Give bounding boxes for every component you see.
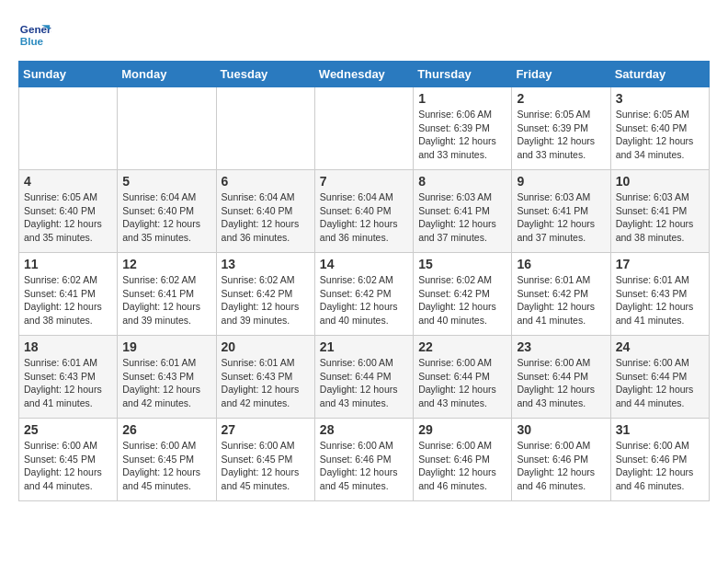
calendar-cell: 30Sunrise: 6:00 AM Sunset: 6:46 PM Dayli… <box>512 419 610 501</box>
calendar-cell: 4Sunrise: 6:05 AM Sunset: 6:40 PM Daylig… <box>19 170 118 253</box>
calendar-cell: 3Sunrise: 6:05 AM Sunset: 6:40 PM Daylig… <box>610 87 709 170</box>
calendar-cell: 24Sunrise: 6:00 AM Sunset: 6:44 PM Dayli… <box>610 336 709 419</box>
day-number: 12 <box>122 257 210 271</box>
day-number: 29 <box>418 422 506 437</box>
calendar-cell: 28Sunrise: 6:00 AM Sunset: 6:46 PM Dayli… <box>314 419 413 501</box>
calendar-cell: 14Sunrise: 6:02 AM Sunset: 6:42 PM Dayli… <box>314 253 413 336</box>
calendar-cell: 27Sunrise: 6:00 AM Sunset: 6:45 PM Dayli… <box>216 419 314 501</box>
day-number: 16 <box>517 257 605 271</box>
day-info: Sunrise: 6:04 AM Sunset: 6:40 PM Dayligh… <box>222 190 310 245</box>
day-info: Sunrise: 6:00 AM Sunset: 6:46 PM Dayligh… <box>616 439 704 493</box>
svg-text:General: General <box>20 23 51 35</box>
day-info: Sunrise: 6:00 AM Sunset: 6:46 PM Dayligh… <box>418 439 506 493</box>
calendar-week-5: 25Sunrise: 6:00 AM Sunset: 6:45 PM Dayli… <box>19 419 710 501</box>
day-number: 4 <box>24 174 112 189</box>
day-info: Sunrise: 6:03 AM Sunset: 6:41 PM Dayligh… <box>517 190 605 245</box>
calendar-header-saturday: Saturday <box>610 62 709 87</box>
calendar-week-2: 4Sunrise: 6:05 AM Sunset: 6:40 PM Daylig… <box>19 170 710 253</box>
day-number: 26 <box>122 422 210 437</box>
day-info: Sunrise: 6:02 AM Sunset: 6:41 PM Dayligh… <box>122 273 210 327</box>
calendar-cell: 22Sunrise: 6:00 AM Sunset: 6:44 PM Dayli… <box>414 336 512 419</box>
day-number: 15 <box>418 257 506 271</box>
calendar-cell: 29Sunrise: 6:00 AM Sunset: 6:46 PM Dayli… <box>414 419 512 501</box>
day-number: 20 <box>222 339 310 354</box>
day-number: 25 <box>24 422 112 437</box>
calendar-cell: 21Sunrise: 6:00 AM Sunset: 6:44 PM Dayli… <box>314 336 413 419</box>
day-info: Sunrise: 6:01 AM Sunset: 6:42 PM Dayligh… <box>517 273 605 327</box>
day-info: Sunrise: 6:05 AM Sunset: 6:40 PM Dayligh… <box>24 190 112 245</box>
calendar-week-4: 18Sunrise: 6:01 AM Sunset: 6:43 PM Dayli… <box>19 336 710 419</box>
day-info: Sunrise: 6:03 AM Sunset: 6:41 PM Dayligh… <box>418 190 506 245</box>
calendar-cell: 10Sunrise: 6:03 AM Sunset: 6:41 PM Dayli… <box>610 170 709 253</box>
day-info: Sunrise: 6:02 AM Sunset: 6:41 PM Dayligh… <box>24 273 112 327</box>
day-info: Sunrise: 6:04 AM Sunset: 6:40 PM Dayligh… <box>320 190 408 245</box>
day-number: 11 <box>24 257 112 271</box>
day-info: Sunrise: 6:01 AM Sunset: 6:43 PM Dayligh… <box>122 356 210 410</box>
calendar-cell: 2Sunrise: 6:05 AM Sunset: 6:39 PM Daylig… <box>512 87 610 170</box>
day-info: Sunrise: 6:01 AM Sunset: 6:43 PM Dayligh… <box>616 273 704 327</box>
day-number: 30 <box>517 422 605 437</box>
calendar-cell: 13Sunrise: 6:02 AM Sunset: 6:42 PM Dayli… <box>216 253 314 336</box>
calendar-cell <box>216 87 314 170</box>
day-number: 19 <box>122 339 210 354</box>
day-number: 31 <box>616 422 704 437</box>
day-info: Sunrise: 6:06 AM Sunset: 6:39 PM Dayligh… <box>418 108 506 162</box>
day-number: 8 <box>418 174 506 189</box>
day-number: 21 <box>320 339 408 354</box>
day-info: Sunrise: 6:00 AM Sunset: 6:44 PM Dayligh… <box>517 356 605 410</box>
calendar-cell: 17Sunrise: 6:01 AM Sunset: 6:43 PM Dayli… <box>610 253 709 336</box>
logo: General Blue <box>18 18 55 52</box>
day-number: 13 <box>222 257 310 271</box>
day-number: 7 <box>320 174 408 189</box>
day-number: 17 <box>616 257 704 271</box>
day-number: 23 <box>517 339 605 354</box>
day-info: Sunrise: 6:01 AM Sunset: 6:43 PM Dayligh… <box>24 356 112 410</box>
calendar-header-friday: Friday <box>512 62 610 87</box>
calendar-cell: 25Sunrise: 6:00 AM Sunset: 6:45 PM Dayli… <box>19 419 118 501</box>
day-info: Sunrise: 6:02 AM Sunset: 6:42 PM Dayligh… <box>320 273 408 327</box>
calendar-cell: 12Sunrise: 6:02 AM Sunset: 6:41 PM Dayli… <box>118 253 216 336</box>
calendar-week-3: 11Sunrise: 6:02 AM Sunset: 6:41 PM Dayli… <box>19 253 710 336</box>
day-info: Sunrise: 6:00 AM Sunset: 6:44 PM Dayligh… <box>320 356 408 410</box>
calendar-cell: 31Sunrise: 6:00 AM Sunset: 6:46 PM Dayli… <box>610 419 709 501</box>
calendar-body: 1Sunrise: 6:06 AM Sunset: 6:39 PM Daylig… <box>19 87 710 501</box>
calendar-cell: 15Sunrise: 6:02 AM Sunset: 6:42 PM Dayli… <box>414 253 512 336</box>
day-number: 27 <box>222 422 310 437</box>
header: General Blue <box>18 18 710 52</box>
calendar-week-1: 1Sunrise: 6:06 AM Sunset: 6:39 PM Daylig… <box>19 87 710 170</box>
calendar-cell: 8Sunrise: 6:03 AM Sunset: 6:41 PM Daylig… <box>414 170 512 253</box>
calendar-cell: 11Sunrise: 6:02 AM Sunset: 6:41 PM Dayli… <box>19 253 118 336</box>
calendar-cell <box>118 87 216 170</box>
calendar-header-row: SundayMondayTuesdayWednesdayThursdayFrid… <box>19 62 710 87</box>
day-number: 2 <box>517 91 605 106</box>
calendar-header-thursday: Thursday <box>414 62 512 87</box>
day-info: Sunrise: 6:00 AM Sunset: 6:45 PM Dayligh… <box>222 439 310 493</box>
day-number: 9 <box>517 174 605 189</box>
day-info: Sunrise: 6:00 AM Sunset: 6:46 PM Dayligh… <box>517 439 605 493</box>
calendar-cell <box>19 87 118 170</box>
day-info: Sunrise: 6:03 AM Sunset: 6:41 PM Dayligh… <box>616 190 704 245</box>
calendar-table: SundayMondayTuesdayWednesdayThursdayFrid… <box>18 61 710 501</box>
day-number: 6 <box>222 174 310 189</box>
day-info: Sunrise: 6:02 AM Sunset: 6:42 PM Dayligh… <box>418 273 506 327</box>
calendar-cell: 20Sunrise: 6:01 AM Sunset: 6:43 PM Dayli… <box>216 336 314 419</box>
calendar-cell <box>314 87 413 170</box>
calendar-cell: 23Sunrise: 6:00 AM Sunset: 6:44 PM Dayli… <box>512 336 610 419</box>
calendar-header-monday: Monday <box>118 62 216 87</box>
day-info: Sunrise: 6:02 AM Sunset: 6:42 PM Dayligh… <box>222 273 310 327</box>
logo-icon: General Blue <box>18 18 51 52</box>
calendar-cell: 5Sunrise: 6:04 AM Sunset: 6:40 PM Daylig… <box>118 170 216 253</box>
day-info: Sunrise: 6:01 AM Sunset: 6:43 PM Dayligh… <box>222 356 310 410</box>
calendar-cell: 26Sunrise: 6:00 AM Sunset: 6:45 PM Dayli… <box>118 419 216 501</box>
day-info: Sunrise: 6:00 AM Sunset: 6:45 PM Dayligh… <box>122 439 210 493</box>
day-number: 14 <box>320 257 408 271</box>
calendar-cell: 9Sunrise: 6:03 AM Sunset: 6:41 PM Daylig… <box>512 170 610 253</box>
calendar-header-sunday: Sunday <box>19 62 118 87</box>
day-info: Sunrise: 6:00 AM Sunset: 6:45 PM Dayligh… <box>24 439 112 493</box>
day-number: 5 <box>122 174 210 189</box>
day-number: 28 <box>320 422 408 437</box>
calendar-cell: 6Sunrise: 6:04 AM Sunset: 6:40 PM Daylig… <box>216 170 314 253</box>
day-info: Sunrise: 6:05 AM Sunset: 6:39 PM Dayligh… <box>517 108 605 162</box>
calendar-cell: 1Sunrise: 6:06 AM Sunset: 6:39 PM Daylig… <box>414 87 512 170</box>
day-number: 10 <box>616 174 704 189</box>
